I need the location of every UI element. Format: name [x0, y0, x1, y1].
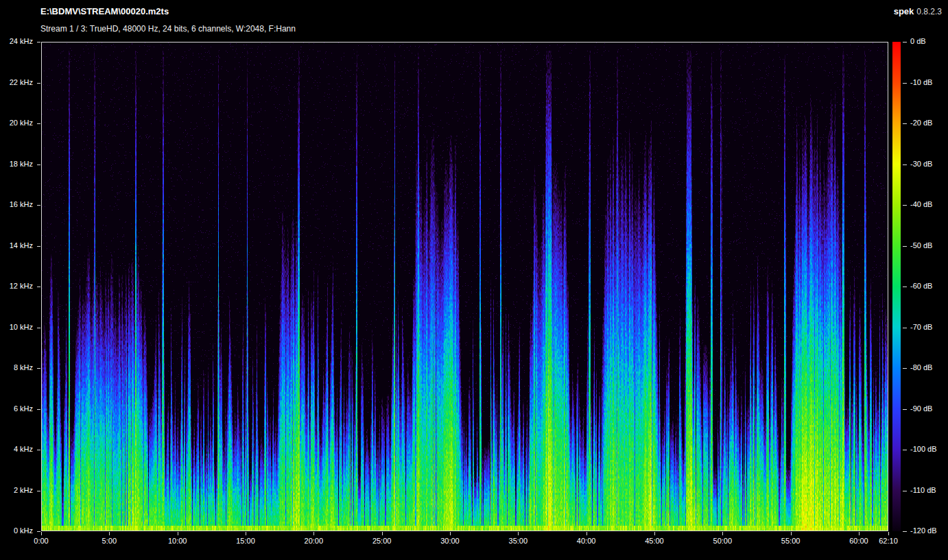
- legend-tick-label: -70 dB: [910, 323, 932, 331]
- x-tick-label: 20:00: [293, 537, 334, 545]
- legend-tick-mark: [903, 205, 907, 206]
- legend-tick-label: -60 dB: [910, 282, 932, 290]
- x-tick-mark: [654, 532, 655, 535]
- x-tick-mark: [518, 532, 519, 535]
- x-tick-mark: [859, 532, 860, 535]
- y-tick-label: 14 kHz: [0, 241, 33, 249]
- legend-tick-label: -120 dB: [910, 526, 937, 535]
- x-tick-mark: [722, 532, 723, 535]
- x-tick-label: 45:00: [634, 537, 675, 545]
- y-tick-mark: [37, 123, 40, 124]
- x-tick-mark: [450, 532, 451, 535]
- y-tick-label: 12 kHz: [0, 282, 33, 290]
- legend-tick-mark: [903, 287, 907, 287]
- legend-tick-mark: [903, 491, 907, 491]
- file-path-title: E:\BDMV\STREAM\00020.m2ts: [40, 6, 169, 16]
- y-tick-mark: [37, 491, 40, 491]
- y-tick-label: 18 kHz: [0, 160, 33, 168]
- y-tick-mark: [37, 205, 40, 206]
- x-tick-label: 5:00: [88, 537, 130, 545]
- legend-tick-mark: [903, 328, 907, 328]
- legend-tick-mark: [903, 123, 907, 124]
- legend-tick-label: -110 dB: [910, 486, 936, 494]
- x-tick-mark: [246, 532, 246, 535]
- y-tick-label: 16 kHz: [0, 200, 33, 208]
- x-tick-mark: [888, 532, 889, 535]
- y-tick-label: 10 kHz: [0, 323, 33, 331]
- y-tick-mark: [37, 42, 40, 42]
- y-tick-label: 22 kHz: [0, 78, 33, 86]
- y-tick-mark: [37, 531, 40, 532]
- x-tick-label: 62:10: [868, 537, 909, 545]
- y-tick-label: 6 kHz: [0, 404, 33, 413]
- x-tick-label: 55:00: [770, 537, 811, 545]
- x-tick-label: 15:00: [225, 537, 266, 545]
- x-tick-label: 30:00: [429, 537, 471, 545]
- legend-tick-label: -20 dB: [910, 119, 932, 127]
- y-tick-mark: [37, 368, 40, 369]
- legend-tick-mark: [903, 450, 907, 450]
- legend-tick-mark: [903, 42, 907, 42]
- x-tick-label: 35:00: [497, 537, 538, 545]
- y-tick-mark: [37, 83, 40, 84]
- legend-tick-label: -30 dB: [910, 160, 932, 168]
- y-tick-mark: [37, 165, 40, 165]
- x-tick-mark: [586, 532, 587, 535]
- legend-tick-mark: [903, 368, 907, 369]
- legend-tick-label: -90 dB: [910, 404, 932, 413]
- x-tick-label: 50:00: [702, 537, 743, 545]
- spectrogram-plot: [41, 42, 888, 531]
- app-name: spek: [894, 6, 914, 16]
- x-tick-label: 25:00: [362, 537, 403, 545]
- x-tick-mark: [109, 532, 110, 535]
- legend-tick-mark: [903, 531, 907, 532]
- legend-tick-label: 0 dB: [910, 37, 926, 45]
- legend-tick-label: -50 dB: [910, 241, 932, 249]
- spectrogram-canvas: [42, 42, 888, 531]
- legend-tick-mark: [903, 409, 907, 410]
- x-tick-label: 10:00: [157, 537, 198, 545]
- x-tick-mark: [178, 532, 178, 535]
- y-tick-label: 2 kHz: [0, 486, 33, 494]
- app-brand: spek0.8.2.3: [894, 6, 942, 16]
- x-tick-mark: [313, 532, 314, 535]
- x-tick-mark: [382, 532, 383, 535]
- legend-gradient-bar: [892, 42, 901, 531]
- y-tick-label: 8 kHz: [0, 363, 33, 372]
- legend-tick-label: -40 dB: [910, 200, 932, 208]
- legend-tick-label: -10 dB: [910, 78, 932, 86]
- legend-tick-mark: [903, 165, 907, 165]
- y-tick-label: 0 kHz: [0, 526, 33, 535]
- legend-tick-mark: [903, 83, 907, 84]
- legend-tick-mark: [903, 246, 907, 247]
- y-tick-label: 24 kHz: [0, 37, 33, 45]
- y-tick-mark: [37, 450, 40, 450]
- y-tick-label: 4 kHz: [0, 445, 33, 453]
- x-tick-label: 0:00: [21, 537, 62, 545]
- x-tick-mark: [791, 532, 792, 535]
- stream-info: Stream 1 / 3: TrueHD, 48000 Hz, 24 bits,…: [40, 24, 296, 34]
- x-tick-label: 40:00: [566, 537, 607, 545]
- legend-tick-label: -100 dB: [910, 445, 937, 453]
- y-tick-mark: [37, 246, 40, 247]
- y-tick-mark: [37, 287, 40, 287]
- spek-window: { "header": { "title": "E:\\BDMV\\STREAM…: [0, 0, 948, 560]
- y-tick-label: 20 kHz: [0, 119, 33, 127]
- y-tick-mark: [37, 328, 40, 328]
- app-version: 0.8.2.3: [916, 7, 942, 16]
- x-tick-mark: [41, 532, 42, 535]
- legend-tick-label: -80 dB: [910, 363, 932, 372]
- y-tick-mark: [37, 409, 40, 410]
